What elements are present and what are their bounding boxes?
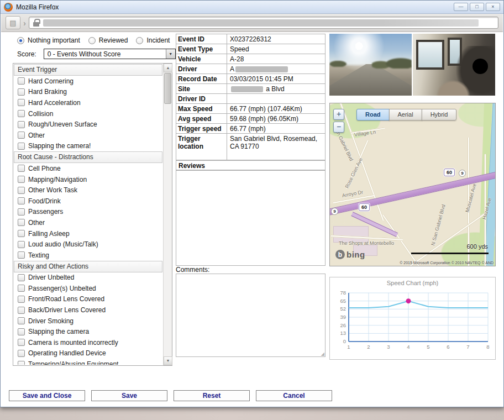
- checkbox-item-other-work-task[interactable]: Other Work Task: [14, 185, 162, 196]
- checkbox-icon[interactable]: [18, 88, 25, 96]
- checkbox-item-hard-acceleration[interactable]: Hard Acceleration: [14, 97, 162, 108]
- firefox-icon: [4, 3, 13, 12]
- zoom-out-button[interactable]: −: [333, 122, 344, 133]
- map-zoom-controls: + −: [333, 109, 344, 134]
- status-option-incident[interactable]: Incident: [136, 36, 170, 44]
- save-and-close-button[interactable]: Save and Close: [9, 390, 85, 401]
- checkbox-icon[interactable]: [18, 251, 25, 259]
- window-controls: —□×: [454, 3, 500, 11]
- checkbox-item-slapping-the-camera[interactable]: Slapping the camera!: [14, 141, 162, 152]
- checkbox-icon[interactable]: [18, 143, 25, 150]
- scrollbar[interactable]: [163, 64, 172, 365]
- detail-label: Event Type: [176, 44, 227, 54]
- detail-value: A: [227, 64, 325, 74]
- zoom-in-button[interactable]: +: [333, 109, 344, 120]
- scrollbar-thumb[interactable]: [164, 73, 171, 104]
- checkbox-item-tampering-abusing-equipment[interactable]: Tampering/Abusing Equipment: [14, 359, 162, 365]
- checkbox-icon[interactable]: [18, 197, 25, 204]
- checkbox-item-other[interactable]: Other: [14, 217, 162, 228]
- close-button[interactable]: ×: [486, 3, 500, 11]
- detail-row-driver: DriverA: [176, 64, 325, 74]
- checkbox-item-mapping-navigation[interactable]: Mapping/Navigation: [14, 174, 162, 185]
- checkbox-item-loud-audio-music-talk[interactable]: Loud audio (Music/Talk): [14, 239, 162, 250]
- checkbox-item-driver-unbelted[interactable]: Driver Unbelted: [14, 272, 162, 284]
- checkbox-icon[interactable]: [18, 296, 25, 303]
- checkbox-item-slapping-the-camera[interactable]: Slapping the camera: [14, 326, 162, 337]
- radio-label: Incident: [146, 36, 170, 44]
- desktop: Mozilla Firefox —□× ▤ › Nothing importan…: [0, 0, 504, 420]
- checkbox-item-passengers[interactable]: Passengers: [14, 207, 162, 218]
- checkbox-icon[interactable]: [18, 165, 25, 172]
- detail-label: Driver ID: [176, 94, 227, 103]
- checkbox-icon[interactable]: [18, 176, 25, 183]
- comments-textarea[interactable]: [176, 274, 326, 357]
- checkbox-icon[interactable]: [18, 317, 25, 324]
- cancel-button[interactable]: Cancel: [256, 390, 332, 401]
- checkbox-icon[interactable]: [18, 328, 25, 335]
- checkbox-icon[interactable]: [18, 241, 25, 248]
- minimize-button[interactable]: —: [454, 3, 468, 11]
- firefox-window: Mozilla Firefox —□× ▤ › Nothing importan…: [0, 0, 504, 407]
- detail-label: Vehicle: [176, 54, 227, 64]
- maximize-button[interactable]: □: [470, 3, 484, 11]
- section-header-event-trigger: Event Trigger: [14, 64, 162, 76]
- bookmark-button[interactable]: ▤: [6, 16, 20, 29]
- scroll-up-button[interactable]: [164, 64, 172, 72]
- reset-button[interactable]: Reset: [174, 390, 250, 401]
- scroll-down-button[interactable]: [164, 356, 172, 365]
- checkbox-icon[interactable]: [18, 99, 25, 106]
- dropdown-arrow-icon[interactable]: ▼: [166, 49, 175, 59]
- status-option-reviewed[interactable]: Reviewed: [88, 36, 128, 44]
- section-header-risky-and-other-actions: Risky and Other Actions: [14, 261, 162, 272]
- checkbox-item-front-road-lens-covered[interactable]: Front/Road Lens Covered: [14, 294, 162, 305]
- bing-logo: b bing: [335, 250, 365, 259]
- map-view-road[interactable]: Road: [356, 109, 390, 120]
- checkbox-item-hard-braking[interactable]: Hard Braking: [14, 87, 162, 98]
- checkbox-icon[interactable]: [18, 208, 25, 216]
- checkbox-item-texting[interactable]: Texting: [14, 250, 162, 261]
- footer-button-row: Save and CloseSaveResetCancel: [9, 390, 332, 401]
- checkbox-icon[interactable]: [18, 361, 25, 365]
- checkbox-icon[interactable]: [18, 77, 25, 85]
- checkbox-item-operating-handled-device[interactable]: Operating Handled Device: [14, 348, 162, 359]
- checkbox-item-other[interactable]: Other: [14, 130, 162, 141]
- radio-label: Reviewed: [99, 36, 128, 44]
- checkbox-item-camera-is-mounted-incorrectly[interactable]: Camera is mounted incorrectly: [14, 337, 162, 348]
- window-titlebar[interactable]: Mozilla Firefox —□×: [1, 1, 503, 14]
- checkbox-icon[interactable]: [18, 187, 25, 194]
- checkbox-icon[interactable]: [18, 285, 25, 292]
- map-view-hybrid[interactable]: Hybrid: [422, 109, 457, 120]
- checkbox-icon[interactable]: [18, 219, 25, 226]
- reviews-list-box: [176, 170, 326, 266]
- checkbox-item-cell-phone[interactable]: Cell Phone: [14, 163, 162, 174]
- checkbox-icon[interactable]: [18, 230, 25, 237]
- checkbox-item-hard-cornering[interactable]: Hard Cornering: [14, 76, 162, 87]
- checkbox-item-falling-asleep[interactable]: Falling Asleep: [14, 228, 162, 239]
- checkbox-item-rough-uneven-surface[interactable]: Rough/Uneven Surface: [14, 119, 162, 130]
- checkbox-item-food-drink[interactable]: Food/Drink: [14, 196, 162, 207]
- map-view-aerial[interactable]: Aerial: [389, 109, 422, 120]
- map-view-buttons: RoadAerialHybrid: [356, 109, 456, 120]
- save-button[interactable]: Save: [91, 390, 167, 401]
- checkbox-icon[interactable]: [18, 307, 25, 314]
- detail-value: San Gabriel Blvd, Rosemead, CA 91770: [227, 134, 325, 160]
- checkbox-icon[interactable]: [18, 132, 25, 139]
- checkbox-icon[interactable]: [18, 274, 25, 281]
- checkbox-item-back-driver-lens-covered[interactable]: Back/Driver Lens Covered: [14, 305, 162, 316]
- url-bar[interactable]: [29, 17, 498, 29]
- checkbox-icon[interactable]: [18, 339, 25, 346]
- detail-value: a Blvd: [227, 84, 325, 93]
- checkbox-item-passenger-s-unbelted[interactable]: Passenger(s) Unbelted: [14, 283, 162, 294]
- checkbox-item-collision[interactable]: Collision: [14, 108, 162, 119]
- checkbox-icon[interactable]: [18, 350, 25, 357]
- status-option-nothing-important[interactable]: Nothing important: [17, 36, 80, 44]
- detail-row-max-speed: Max Speed66.77 (mph) (107.46Km): [176, 104, 325, 114]
- score-dropdown[interactable]: 0 - Events Without Score ▼: [44, 49, 176, 59]
- checkbox-icon[interactable]: [18, 121, 25, 128]
- checkbox-icon[interactable]: [18, 110, 25, 117]
- detail-row-event-type: Event TypeSpeed: [176, 44, 325, 54]
- chart-title: Speed Chart (mph): [330, 277, 495, 287]
- bing-map[interactable]: Village LnSan Gabriel BlvdRose Glen AveA…: [329, 103, 496, 266]
- checkbox-label: Collision: [28, 110, 53, 118]
- checkbox-item-driver-smoking[interactable]: Driver Smoking: [14, 316, 162, 327]
